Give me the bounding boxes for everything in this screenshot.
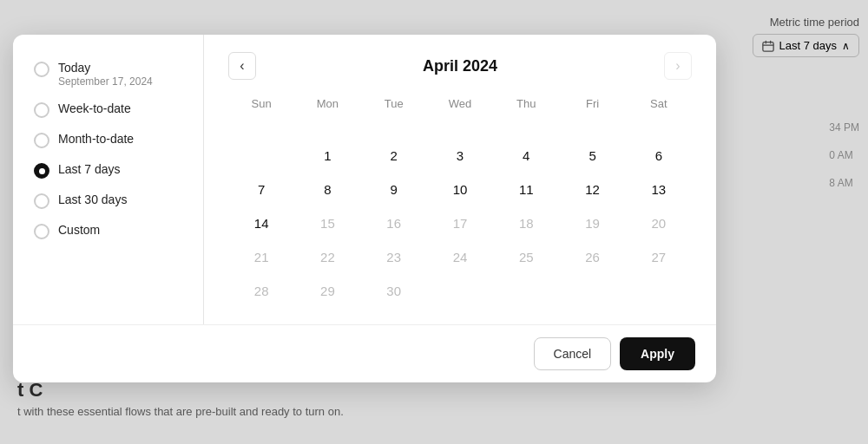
week-3: 14151617181920	[228, 207, 692, 239]
option-week-to-date[interactable]: Week-to-date	[30, 96, 186, 123]
week-0	[228, 121, 692, 138]
day-15: 15	[294, 207, 360, 239]
day-7[interactable]: 7	[228, 173, 294, 206]
day-11[interactable]: 11	[493, 173, 559, 206]
cancel-button[interactable]: Cancel	[534, 337, 612, 370]
week-5: 282930	[228, 275, 692, 307]
option-custom[interactable]: Custom	[30, 218, 186, 245]
option-label-last-30-days: Last 30 days	[58, 193, 127, 206]
radio-last-7-days	[34, 163, 49, 179]
empty-cell-0-2	[361, 121, 427, 138]
day-header-tue: Tue	[361, 94, 427, 114]
empty-cell-5-5	[559, 275, 625, 307]
day-24: 24	[427, 241, 493, 273]
day-5[interactable]: 5	[559, 140, 625, 172]
radio-last-30-days	[34, 193, 49, 209]
calendar-header: ‹ April 2024 ›	[228, 52, 692, 80]
day-6[interactable]: 6	[626, 140, 692, 172]
empty-cell-0-1	[294, 121, 360, 138]
day-header-mon: Mon	[294, 94, 360, 114]
day-29: 29	[294, 275, 360, 307]
empty-cell-0-5	[559, 121, 625, 138]
empty-cell-1-0	[228, 140, 294, 172]
empty-cell-0-6	[626, 121, 692, 138]
day-3[interactable]: 3	[427, 140, 493, 172]
calendar-grid: SunMonTueWedThuFriSat 123456789101112131…	[228, 94, 692, 307]
apply-button[interactable]: Apply	[620, 337, 695, 370]
option-last-30-days[interactable]: Last 30 days	[30, 187, 186, 214]
radio-custom	[34, 224, 49, 239]
option-last-7-days[interactable]: Last 7 days	[30, 157, 186, 184]
day-4[interactable]: 4	[493, 140, 559, 172]
modal-body: TodaySeptember 17, 2024Week-to-dateMonth…	[13, 35, 716, 324]
option-label-last-7-days: Last 7 days	[58, 162, 121, 176]
day-17: 17	[427, 207, 493, 239]
day-25: 25	[493, 241, 559, 273]
prev-month-button[interactable]: ‹	[228, 52, 256, 80]
day-14[interactable]: 14	[228, 207, 294, 239]
radio-month-to-date	[34, 133, 49, 148]
options-panel: TodaySeptember 17, 2024Week-to-dateMonth…	[13, 35, 204, 324]
option-label-month-to-date: Month-to-date	[58, 132, 134, 146]
day-headers: SunMonTueWedThuFriSat	[228, 94, 692, 114]
day-19: 19	[559, 207, 625, 239]
day-22: 22	[294, 241, 360, 273]
day-28: 28	[228, 275, 294, 307]
date-picker-modal: TodaySeptember 17, 2024Week-to-dateMonth…	[13, 35, 716, 382]
day-23: 23	[361, 241, 427, 273]
radio-week-to-date	[34, 102, 49, 118]
empty-cell-5-3	[427, 275, 493, 307]
day-26: 26	[559, 241, 625, 273]
day-2[interactable]: 2	[361, 140, 427, 172]
day-header-wed: Wed	[427, 94, 493, 114]
option-label-week-to-date: Week-to-date	[58, 101, 131, 115]
day-16: 16	[361, 207, 427, 239]
day-header-sat: Sat	[626, 94, 692, 114]
day-21: 21	[228, 241, 294, 273]
day-27: 27	[626, 241, 692, 273]
day-10[interactable]: 10	[427, 173, 493, 206]
option-today[interactable]: TodaySeptember 17, 2024	[30, 56, 186, 93]
option-label-today: Today	[58, 61, 153, 75]
day-9[interactable]: 9	[361, 173, 427, 206]
next-month-button[interactable]: ›	[664, 52, 692, 80]
day-30: 30	[361, 275, 427, 307]
cal-weeks: 1234567891011121314151617181920212223242…	[228, 121, 692, 307]
day-12[interactable]: 12	[559, 173, 625, 206]
day-header-thu: Thu	[493, 94, 559, 114]
modal-footer: Cancel Apply	[13, 324, 716, 382]
empty-cell-5-4	[493, 275, 559, 307]
day-header-sun: Sun	[228, 94, 294, 114]
empty-cell-0-0	[228, 121, 294, 138]
calendar-title: April 2024	[423, 57, 497, 75]
week-2: 78910111213	[228, 173, 692, 206]
empty-cell-0-3	[427, 121, 493, 138]
day-header-fri: Fri	[559, 94, 625, 114]
empty-cell-5-6	[626, 275, 692, 307]
option-sublabel-today: September 17, 2024	[58, 75, 153, 88]
week-1: 123456	[228, 140, 692, 172]
radio-today	[34, 62, 49, 77]
option-month-to-date[interactable]: Month-to-date	[30, 127, 186, 153]
empty-cell-0-4	[493, 121, 559, 138]
option-label-custom: Custom	[58, 223, 100, 237]
day-18: 18	[493, 207, 559, 239]
day-1[interactable]: 1	[294, 140, 360, 172]
day-20: 20	[626, 207, 692, 239]
day-13[interactable]: 13	[626, 173, 692, 206]
day-8[interactable]: 8	[294, 173, 360, 206]
calendar-panel: ‹ April 2024 › SunMonTueWedThuFriSat 123…	[204, 35, 716, 324]
week-4: 21222324252627	[228, 241, 692, 273]
